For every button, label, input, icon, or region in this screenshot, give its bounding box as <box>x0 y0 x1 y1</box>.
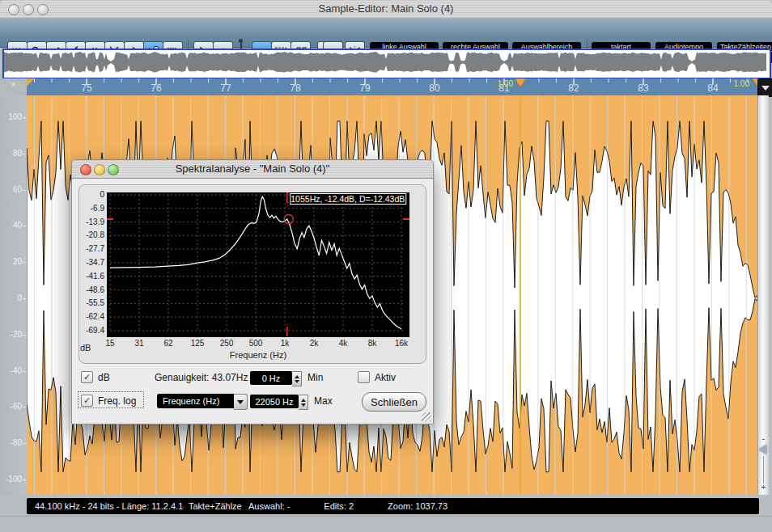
level-scale-label: -60 <box>0 402 22 411</box>
frequency-unit-dropdown-button[interactable] <box>234 394 248 410</box>
vertical-zoom-minus[interactable]: - <box>758 435 769 443</box>
spectrum-x-tick-label: 125 <box>187 339 208 348</box>
db-checkbox-label: dB <box>98 372 110 383</box>
status-zoom: Zoom: 1037.73 <box>388 501 448 511</box>
spectrum-plot[interactable]: 1055Hz, -12.4dB, D=-12.43dB <box>107 192 409 337</box>
spectrum-curve: 1055Hz, -12.4dB, D=-12.43dB <box>107 192 409 337</box>
spectrum-x-tick-label: 16k <box>391 339 412 348</box>
spectrum-x-tick-label: 2k <box>303 339 324 348</box>
spectrum-y-tick-label: -62.4 <box>78 312 104 321</box>
ruler-bar-label: 77 <box>220 82 231 94</box>
level-scale-label: 80 <box>0 149 22 158</box>
level-scale-label: -20 <box>0 330 22 339</box>
ruler-bar-label: 76 <box>151 82 162 94</box>
status-bar: 44.100 kHz - 24 bits - Länge: 11.2.4.14 … <box>0 495 772 516</box>
spectrum-y-tick-label: -27.7 <box>78 244 104 253</box>
min-frequency-field[interactable]: 0 Hz <box>250 371 292 385</box>
overview-waveform-image <box>4 50 766 74</box>
db-checkbox[interactable]: ✓ <box>81 371 93 383</box>
dialog-title: Spektralanalyse - "Main Solo (4)" <box>72 163 433 175</box>
check-icon: ✓ <box>83 372 91 382</box>
overview-waveform[interactable] <box>2 49 771 79</box>
timeline-ruler[interactable]: 74757677787980818283841.001.00 <box>27 78 757 96</box>
spectrum-y-tick-label: -55.5 <box>78 298 104 307</box>
status-audio-info: 44.100 kHz - 24 bits - Länge: 11.2.4.14 <box>27 498 189 514</box>
spectrum-dialog[interactable]: Spektralanalyse - "Main Solo (4)" 1055Hz… <box>71 159 434 424</box>
ruler-corner-box[interactable]: * <box>0 78 27 96</box>
ruler-bar-label: 82 <box>568 82 579 94</box>
max-label: Max <box>314 395 333 407</box>
min-frequency-stepper[interactable] <box>292 371 302 386</box>
spectrum-y-axis-unit: dB <box>80 343 91 353</box>
spectrum-y-tick-label: -13.9 <box>78 217 104 226</box>
spectrum-x-tick-label: 1k <box>274 339 295 348</box>
spectrum-y-tick-label: -48.6 <box>78 285 104 294</box>
spectrum-x-tick-label: 62 <box>158 339 179 348</box>
window-titlebar[interactable]: Sample-Editor: Main Solo (4) <box>0 0 772 19</box>
level-scale-label: 20 <box>0 257 22 266</box>
spectrum-x-tick-label: 4k <box>333 339 354 348</box>
spectrum-y-tick-label: -69.4 <box>78 326 104 335</box>
vertical-scroll-strip[interactable]: - + <box>757 95 769 495</box>
chevron-down-icon <box>237 400 244 404</box>
level-scale-label: 40 <box>0 221 22 230</box>
max-frequency-field[interactable]: 22050 Hz <box>250 395 299 408</box>
vertical-zoom-plus[interactable]: + <box>758 483 769 492</box>
ruler-ticks: 74757677787980818283841.001.00 <box>27 78 757 95</box>
cursor-tooltip: 1055Hz, -12.4dB, D=-12.43dB <box>291 194 405 204</box>
accuracy-label: Genauigkeit: 43.07Hz <box>155 372 248 383</box>
level-scale-label: 0 <box>0 293 22 302</box>
vertical-zoom-thumb[interactable] <box>759 445 766 454</box>
freqlog-checkbox-label: Freq. log <box>98 395 136 407</box>
freqlog-checkbox[interactable]: ✓ <box>81 395 93 407</box>
ruler-bar-label: 80 <box>429 82 440 94</box>
ruler-options-button[interactable] <box>757 78 772 97</box>
status-time-format[interactable]: Takte+Zählzei <box>184 498 244 514</box>
vertical-zoom-track[interactable] <box>763 456 764 483</box>
check-icon: ✓ <box>83 395 91 405</box>
close-button[interactable]: Schließen <box>362 392 426 412</box>
spectrum-y-tick-label: 0 <box>78 190 104 199</box>
level-scale-label: -80 <box>0 438 22 447</box>
ruler-bar-label: 75 <box>81 82 92 94</box>
spectrum-x-tick-label: 500 <box>245 339 266 348</box>
frequency-unit-select[interactable]: Frequenz (Hz) <box>157 394 234 408</box>
ruler-bar-label: 84 <box>707 82 719 94</box>
toolbar: linke Auswahl 0 rechte Auswahl 0 Auswahl… <box>0 18 772 48</box>
spectrum-y-tick-label: -41.6 <box>78 272 104 281</box>
bottom-bar: - + <box>0 516 772 532</box>
dialog-resize-grip[interactable] <box>422 412 431 422</box>
ruler-bar-label: 83 <box>638 82 649 94</box>
ruler-bar-label: 79 <box>359 82 371 94</box>
aktiv-checkbox[interactable] <box>358 371 370 383</box>
cycle-marker-label: 1.00 <box>498 79 514 88</box>
level-scale-label: -40 <box>0 366 22 375</box>
ruler-bar-label: 78 <box>290 82 301 94</box>
level-scale-label: 60 <box>0 185 22 194</box>
max-frequency-stepper[interactable] <box>299 395 308 410</box>
level-scale-label: 100 <box>0 112 22 121</box>
spectrum-y-tick-label: -34.7 <box>78 258 104 267</box>
chevron-down-icon <box>761 86 770 91</box>
spectrum-x-tick-label: 250 <box>216 339 237 348</box>
spectrum-x-tick-label: 31 <box>129 339 150 348</box>
spectrum-y-tick-label: -20.8 <box>78 230 104 239</box>
status-selection: Auswahl: - <box>248 501 290 511</box>
cycle-marker-label: 1.00 <box>734 79 750 88</box>
spectrum-y-tick-label: -6.9 <box>78 204 104 213</box>
window-title: Sample-Editor: Main Solo (4) <box>0 2 772 15</box>
spectrum-x-tick-label: 8k <box>362 339 383 348</box>
level-scale-label: -100 <box>0 475 22 483</box>
spectrum-x-tick-label: 15 <box>100 339 121 348</box>
status-edits: Edits: 2 <box>324 501 354 511</box>
spectrum-x-axis-title: Frequenz (Hz) <box>193 350 323 360</box>
min-label: Min <box>308 372 323 383</box>
level-scale: 100806040200-20-40-60-80-100 <box>0 95 27 495</box>
dialog-titlebar[interactable]: Spektralanalyse - "Main Solo (4)" <box>72 160 433 179</box>
aktiv-checkbox-label: Aktiv <box>375 372 396 383</box>
